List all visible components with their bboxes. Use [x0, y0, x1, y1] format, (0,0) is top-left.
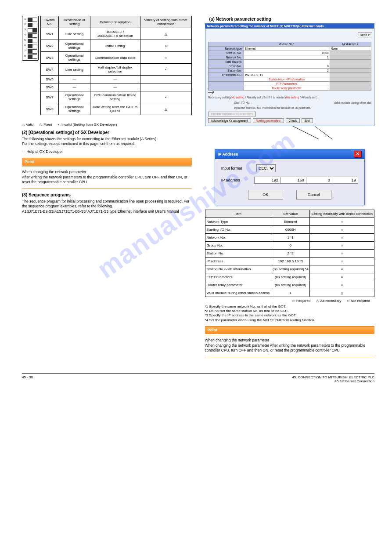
table-row: Valid module during other station access… — [205, 289, 374, 297]
table-row: SW6—— — [41, 83, 192, 91]
page-footer: 45 - 38 45. CONNECTION TO MITSUBISHI ELE… — [22, 373, 374, 383]
btn-end[interactable]: End — [302, 118, 313, 123]
pink-row-1[interactable]: FTP Parameters — [244, 82, 330, 86]
th-setvalue: Set value — [271, 210, 309, 218]
ip-dialog-title: IP Address — [218, 152, 238, 156]
table-row: Group No.0 — [208, 64, 371, 69]
th-switchno: Switch No. — [41, 16, 59, 28]
table-row: IP addressDEC192.168. 0. 19 — [208, 73, 371, 77]
btn-routing[interactable]: Routing parameters — [253, 118, 284, 123]
point-text-1: When changing the network parameter Afte… — [22, 170, 192, 185]
table-row: Total stations — [208, 60, 371, 64]
table-row: FTP Parameters(no setting required)× — [205, 273, 374, 281]
table-row: Start I/O No.0000 — [208, 51, 371, 55]
ip-octet-1[interactable] — [255, 177, 281, 183]
input-format-label: Input format — [221, 166, 256, 170]
ip-octet-3[interactable] — [306, 177, 332, 183]
btn-ackxy[interactable]: Acknowledge XY assignment — [208, 118, 251, 123]
ip-address-dialog: IP Address ✕ Input format DEC. IP addres… — [215, 149, 365, 205]
svg-line-1 — [315, 126, 332, 139]
callout-arrow — [205, 126, 375, 139]
table-row: SW1Line setting10BASE-T/ 100BASE-TX sele… — [41, 28, 192, 40]
svg-line-0 — [293, 126, 319, 139]
table-row: SW4Line settingHalf-duplex/full-duplex s… — [41, 64, 192, 76]
gx-developer-screenshot: Network parameters Setting the number of… — [205, 23, 375, 126]
btn-interlink[interactable]: Interlink transmission parameters — [208, 112, 256, 116]
pink-row-0[interactable]: Station No.<->IP information — [244, 77, 330, 82]
pink-row-2[interactable]: Router relay parameter — [244, 86, 330, 91]
table-row: Network No.1 — [208, 55, 371, 60]
heading-a: (a) Network parameter setting — [209, 17, 375, 22]
footnotes: *1 Specify the same network No. as that … — [205, 305, 375, 323]
table-row: Station No.<->IP information(no setting … — [205, 265, 374, 273]
table-row: SW7Operational settingsCPU communication… — [41, 91, 192, 103]
table-row: Network No.1 *1○ — [205, 233, 374, 241]
point-banner-1: Point — [22, 158, 192, 166]
btn-check[interactable]: Check — [286, 118, 300, 123]
th-detail: Detailed description — [90, 16, 140, 28]
th-validity: Validity of setting with direct connecti… — [140, 16, 191, 28]
cancel-button[interactable]: Cancel — [296, 190, 331, 200]
switch-table-wrapper: 1 2 3 4 5 6 7 8 Switch No. Description o… — [22, 16, 192, 115]
legend-2: ○: Required △: As necessary ×: Not requi… — [205, 299, 375, 303]
table-row: Group No.0○ — [205, 241, 374, 249]
table-row: Station No.2 *2○ — [205, 249, 374, 257]
module2-header: Module No.2 — [330, 42, 371, 47]
section3-heading: (3) Sequence programs — [22, 192, 192, 197]
point-banner-2: Point — [205, 326, 375, 334]
close-icon[interactable]: ✕ — [354, 151, 362, 158]
section2-heading: (2) [Operational settings] of GX Develop… — [22, 130, 192, 135]
th-item: Item — [205, 210, 271, 218]
table-row: Starting I/O No.0000H○ — [205, 225, 374, 233]
legend-1: ○: Valid △: Fixed ×: Invalid (Setting fr… — [22, 123, 192, 127]
th-necessity: Setting necessity with direct connection — [310, 210, 374, 218]
table-row: SW5—— — [41, 76, 192, 83]
table-row: SW3Operational settingsCommunication dat… — [41, 52, 192, 64]
point-text-2: When changing the network parameter When… — [205, 338, 375, 353]
ok-button[interactable]: OK — [248, 190, 283, 200]
ip-octet-4[interactable] — [332, 177, 358, 183]
section3-body: The sequence program for initial process… — [22, 199, 192, 214]
footer-page-number: 45 - 38 — [22, 375, 33, 383]
section2-body: The following shows the settings for con… — [22, 137, 192, 147]
dip-switch-diagram: 1 2 3 4 5 6 7 8 — [22, 16, 39, 61]
table-row: Station No.2 — [208, 69, 371, 73]
item-setvalue-table: Item Set value Setting necessity with di… — [205, 210, 375, 297]
table-row: IP address192.168.0.19 *3○ — [205, 257, 374, 265]
table-row: SW8Operational settingsData writing from… — [41, 103, 192, 115]
section2-ref: ☞ Help of GX Developer — [22, 149, 192, 154]
table-row: Router relay parameter(no setting requir… — [205, 281, 374, 289]
ip-address-input[interactable] — [254, 177, 358, 184]
switch-settings-table: Switch No. Description of setting Detail… — [40, 16, 192, 115]
hint-row: Necessary setting(No setting / Already s… — [208, 96, 372, 99]
screenshot-titlebar: Network parameters Setting the number of… — [205, 24, 374, 29]
ip-octet-2[interactable] — [281, 177, 306, 183]
footer-section: 45. CONNECTION TO MITSUBISHI ELECTRIC PL… — [292, 375, 374, 383]
table-row: Network typeEthernetNone — [208, 47, 371, 51]
legend — [22, 117, 192, 121]
module1-header: Module No.1 — [244, 42, 330, 47]
input-format-select[interactable]: DEC. — [256, 164, 276, 172]
table-row: Network TypeEthernet○ — [205, 218, 374, 225]
params-table: Module No.1 Module No.2 Network typeEthe… — [208, 42, 372, 91]
th-desc: Description of setting — [58, 16, 90, 28]
table-row: SW2Operational settingsInitial Timing× — [41, 40, 192, 52]
ip-address-label: IP address — [221, 178, 254, 182]
